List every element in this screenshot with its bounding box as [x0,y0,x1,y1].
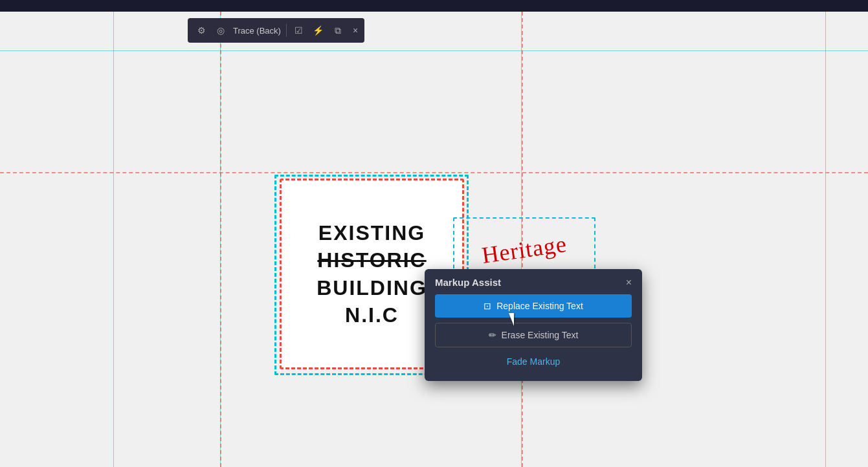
trace-icon: ◎ [214,23,228,38]
canvas-area: ⚙ ◎ Trace (Back) ☑ ⚡ ⧉ × EXISTING HISTOR… [0,12,868,467]
toolbar-separator [286,24,287,37]
grid-v-1 [113,12,114,467]
fade-button-label: Fade Markup [507,356,560,367]
toolbar: ⚙ ◎ Trace (Back) ☑ ⚡ ⧉ × [188,18,364,43]
erase-existing-text-button[interactable]: ✏ Erase Existing Text [435,323,632,347]
toolbar-label: Trace (Back) [233,26,281,36]
dialog-header: Markup Assist × [425,269,642,294]
markup-assist-dialog: Markup Assist × ⊡ Replace Existing Text … [425,269,642,381]
top-bar [0,0,868,12]
dialog-title: Markup Assist [435,277,501,288]
erase-icon: ✏ [489,330,496,340]
grid-h-1 [0,50,868,51]
replace-button-label: Replace Existing Text [496,301,583,311]
dialog-close-button[interactable]: × [626,277,632,288]
replace-existing-text-button[interactable]: ⊡ Replace Existing Text [435,294,632,318]
toolbar-close-button[interactable]: × [353,25,358,36]
bolt-icon[interactable]: ⚡ [311,23,326,38]
erase-button-label: Erase Existing Text [502,330,579,340]
replace-icon: ⊡ [484,301,491,311]
settings-icon[interactable]: ⚙ [194,23,208,38]
checkbox-icon[interactable]: ☑ [292,23,306,38]
fade-markup-button[interactable]: Fade Markup [435,353,632,371]
grid-h-red-1 [0,172,868,173]
heritage-text: Heritage [480,230,568,269]
dialog-body: ⊡ Replace Existing Text ✏ Erase Existing… [425,294,642,371]
layers-icon[interactable]: ⧉ [331,23,345,38]
grid-v-4 [825,12,826,467]
grid-v-red-1 [220,12,221,467]
